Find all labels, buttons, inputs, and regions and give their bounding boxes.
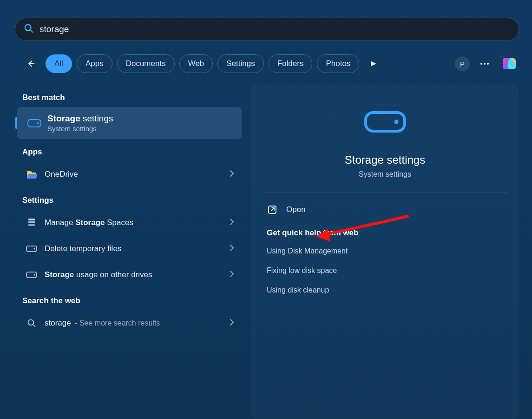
detail-subtitle: System settings <box>262 170 508 179</box>
list-item-label: Storage usage on other drives <box>45 270 230 279</box>
storage-large-icon <box>364 111 407 133</box>
svg-point-13 <box>34 248 35 250</box>
detail-panel: Storage settings System settings Open Ge… <box>251 85 519 419</box>
more-options-button[interactable] <box>477 56 492 71</box>
list-item-label: OneDrive <box>45 170 230 179</box>
chevron-right-icon <box>230 244 234 254</box>
open-action[interactable]: Open <box>251 193 519 225</box>
svg-point-6 <box>487 63 489 65</box>
svg-point-8 <box>37 122 39 124</box>
svg-point-15 <box>34 274 35 276</box>
filter-web[interactable]: Web <box>179 54 213 73</box>
results-column: Best match Storage settings System setti… <box>20 85 251 419</box>
svg-point-19 <box>394 120 398 124</box>
settings-item-storage-usage-other-drives[interactable]: Storage usage on other drives <box>20 262 242 288</box>
filter-more-button[interactable] <box>367 57 381 71</box>
open-external-icon <box>267 204 278 215</box>
list-item-label: Manage Storage Spaces <box>45 218 230 227</box>
section-search-web: Search the web <box>22 296 251 306</box>
chevron-right-icon <box>230 218 234 228</box>
svg-point-4 <box>480 63 482 65</box>
search-icon <box>24 319 39 328</box>
svg-line-17 <box>33 325 35 327</box>
svg-rect-18 <box>366 113 405 131</box>
help-link-disk-management[interactable]: Using Disk Management <box>251 241 519 261</box>
chevron-right-icon <box>230 170 234 180</box>
svg-rect-12 <box>26 246 37 252</box>
open-label: Open <box>286 205 306 214</box>
storage-small-icon <box>24 246 39 252</box>
help-link-low-disk-space[interactable]: Fixing low disk space <box>251 261 519 280</box>
content: Best match Storage settings System setti… <box>20 85 519 419</box>
best-match-subtitle: System settings <box>47 125 113 133</box>
search-bar[interactable] <box>15 18 519 41</box>
search-input[interactable] <box>39 24 510 34</box>
storage-icon <box>24 119 45 127</box>
detail-title: Storage settings <box>262 153 508 166</box>
svg-rect-9 <box>28 219 35 220</box>
help-header: Get quick help from web <box>251 225 519 241</box>
app-item-onedrive[interactable]: OneDrive <box>20 161 242 187</box>
list-item-label: storage - See more search results <box>45 319 230 328</box>
storage-small-icon <box>24 272 39 278</box>
filter-row: All Apps Documents Web Settings Folders … <box>22 53 519 74</box>
filter-photos[interactable]: Photos <box>317 54 359 73</box>
svg-point-5 <box>484 63 486 65</box>
onedrive-icon <box>24 169 39 180</box>
svg-line-2 <box>30 30 33 32</box>
best-match-title: Storage settings <box>47 113 113 124</box>
chevron-right-icon <box>230 270 234 280</box>
filter-apps[interactable]: Apps <box>77 54 112 73</box>
settings-item-manage-storage-spaces[interactable]: Manage Storage Spaces <box>20 210 242 236</box>
filter-all[interactable]: All <box>46 54 72 73</box>
svg-rect-10 <box>28 221 35 223</box>
web-item-storage[interactable]: storage - See more search results <box>20 310 242 336</box>
user-avatar[interactable]: P <box>455 56 470 71</box>
filter-folders[interactable]: Folders <box>269 54 313 73</box>
chevron-right-icon <box>230 319 234 328</box>
copilot-icon[interactable] <box>499 54 519 73</box>
best-match-item[interactable]: Storage settings System settings <box>17 107 242 139</box>
back-button[interactable] <box>22 55 39 72</box>
section-apps: Apps <box>22 147 251 157</box>
list-item-label: Delete temporary files <box>45 244 230 253</box>
svg-rect-11 <box>28 224 35 226</box>
settings-item-delete-temp-files[interactable]: Delete temporary files <box>20 236 242 262</box>
section-settings: Settings <box>22 196 251 205</box>
stack-icon <box>24 218 39 228</box>
filter-documents[interactable]: Documents <box>117 54 175 73</box>
search-icon <box>24 23 34 35</box>
svg-rect-14 <box>26 272 37 278</box>
section-best-match: Best match <box>22 93 251 102</box>
help-link-disk-cleanup[interactable]: Using disk cleanup <box>251 280 519 300</box>
filter-settings[interactable]: Settings <box>217 54 263 73</box>
